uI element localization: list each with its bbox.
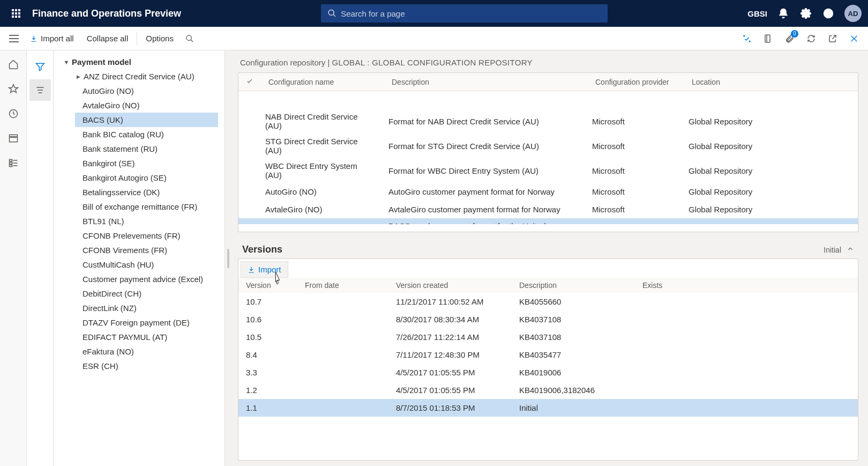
tree-item[interactable]: DirectLink (NZ) <box>75 301 218 315</box>
chevron-up-icon[interactable] <box>847 245 854 254</box>
cell-exists <box>635 310 858 328</box>
attachments-icon[interactable]: 0 <box>780 29 799 48</box>
col-provider[interactable]: Configuration provider <box>588 73 684 91</box>
tree-item[interactable]: ESR (CH) <box>75 359 218 373</box>
tree-item[interactable]: CFONB Virements (FR) <box>75 243 218 257</box>
table-row[interactable]: 10.7 11/21/2017 11:00:52 AM KB4055660 <box>238 293 858 310</box>
tree-item[interactable]: Bill of exchange remittance (FR) <box>75 199 218 214</box>
table-row[interactable]: AutoGiro (NO) AutoGiro customer payment … <box>238 183 858 201</box>
tree-item[interactable]: eFaktura (NO) <box>75 344 218 359</box>
search-icon <box>327 9 336 18</box>
tree-item[interactable]: AvtaleGiro (NO) <box>75 98 218 113</box>
table-row[interactable]: 10.6 8/30/2017 08:30:34 AM KB4037108 <box>238 310 858 328</box>
tree-item[interactable]: CFONB Prelevements (FR) <box>75 228 218 243</box>
tree-item-label: ESR (CH) <box>83 361 118 371</box>
caret-down-icon: ▼ <box>63 59 70 65</box>
app-launcher-icon[interactable] <box>6 4 26 23</box>
tree-item[interactable]: BTL91 (NL) <box>75 214 218 228</box>
breadcrumb-repo: GLOBAL : GLOBAL CONFIGURATION REPOSITORY <box>332 58 533 67</box>
tree-item-label: eFaktura (NO) <box>83 347 134 356</box>
col-from-date[interactable]: From date <box>297 278 388 293</box>
page-search-button[interactable] <box>180 27 199 50</box>
collapse-all-button[interactable]: Collapse all <box>80 27 135 50</box>
recent-icon[interactable] <box>7 107 20 120</box>
settings-icon[interactable] <box>799 7 812 20</box>
col-config-name[interactable]: Configuration name <box>261 73 384 91</box>
tree-item-label: Bill of exchange remittance (FR) <box>83 202 197 211</box>
import-all-button[interactable]: Import all <box>24 27 80 50</box>
search-box[interactable] <box>321 4 608 23</box>
options-button[interactable]: Options <box>139 27 180 50</box>
cell-version: 10.7 <box>238 293 297 310</box>
modules-icon[interactable] <box>7 157 20 169</box>
tree-item[interactable]: ▶ANZ Direct Credit Service (AU) <box>75 69 218 84</box>
cell-exists <box>635 328 858 346</box>
cell-provider: Microsoft <box>585 134 681 158</box>
favorites-icon[interactable] <box>7 83 20 95</box>
company-name[interactable]: GBSI <box>747 9 767 18</box>
cell-name: STG Direct Credit Service (AU) <box>258 134 381 158</box>
col-version[interactable]: Version <box>238 278 297 293</box>
table-row[interactable]: 1.2 4/5/2017 01:05:55 PM KB4019006,31820… <box>238 381 858 399</box>
notifications-icon[interactable] <box>777 7 790 20</box>
tree-item[interactable]: EDIFACT PAYMUL (AT) <box>75 330 218 344</box>
tree-item[interactable]: Bank statement (RU) <box>75 142 218 156</box>
table-row[interactable]: 3.3 4/5/2017 01:05:55 PM KB4019006 <box>238 364 858 381</box>
tree-item[interactable]: Bank BIC catalog (RU) <box>75 127 218 142</box>
avatar[interactable]: AD <box>844 5 862 22</box>
tree-item-label: ANZ Direct Credit Service (AU) <box>84 72 194 81</box>
cell-provider: Microsoft <box>585 201 681 218</box>
cell-desc: AvtaleGiro customer payment format for N… <box>381 201 585 218</box>
col-location[interactable]: Location <box>684 73 858 91</box>
col-version-created[interactable]: Version created <box>388 278 512 293</box>
table-row[interactable]: BACS (UK) BACS vendor payment format for… <box>238 218 858 224</box>
related-info-icon[interactable] <box>737 29 757 48</box>
cell-desc: KB4019006,3182046 <box>512 381 635 399</box>
table-row[interactable]: NAB Direct Credit Service (AU) Format fo… <box>238 109 858 134</box>
workspaces-icon[interactable] <box>7 132 20 145</box>
config-grid-hscroll[interactable] <box>243 224 854 230</box>
table-row[interactable]: 1.1 8/7/2015 01:18:53 PM Initial <box>238 399 858 417</box>
download-icon <box>30 35 38 42</box>
tree-item[interactable]: BACS (UK) <box>75 113 218 127</box>
breadcrumb-sep: | <box>327 58 332 67</box>
filter-icon[interactable] <box>29 56 51 77</box>
close-icon[interactable] <box>844 29 864 48</box>
cell-version: 10.5 <box>238 328 297 346</box>
tree-item[interactable]: Bankgirot Autogiro (SE) <box>75 171 218 185</box>
select-all-checkbox[interactable] <box>238 73 261 91</box>
tree-item[interactable]: CustMultiCash (HU) <box>75 257 218 272</box>
help-icon[interactable] <box>822 7 835 20</box>
cell-version: 3.3 <box>238 364 297 381</box>
splitter[interactable] <box>225 50 231 466</box>
table-row[interactable]: AvtaleGiro (NO) AvtaleGiro customer paym… <box>238 201 858 218</box>
tree-item[interactable]: DebitDirect (CH) <box>75 286 218 301</box>
sort-icon[interactable] <box>29 79 51 101</box>
table-row[interactable]: 8.4 7/11/2017 12:48:30 PM KB4035477 <box>238 346 858 364</box>
tree-item[interactable]: DTAZV Foreign payment (DE) <box>75 315 218 330</box>
cell-version: 1.1 <box>238 399 297 417</box>
cell-from <box>297 364 388 381</box>
home-icon[interactable] <box>7 58 20 71</box>
search-input[interactable] <box>341 9 601 18</box>
svg-rect-1 <box>15 9 17 11</box>
refresh-icon[interactable] <box>802 29 821 48</box>
tree-item[interactable]: Betalingsservice (DK) <box>75 185 218 199</box>
tree-root-item[interactable]: ▼ Payment model <box>61 55 218 69</box>
tree-item[interactable]: AutoGiro (NO) <box>75 84 218 98</box>
col-description[interactable]: Description <box>384 73 588 91</box>
tree-item[interactable]: Customer payment advice (Excel) <box>75 272 218 286</box>
table-row[interactable]: STG Direct Credit Service (AU) Format fo… <box>238 134 858 158</box>
import-button[interactable]: Import <box>241 261 288 278</box>
open-excel-icon[interactable] <box>759 29 778 48</box>
table-row[interactable]: WBC Direct Entry System (AU) Format for … <box>238 158 858 183</box>
cell-location: Global Repository <box>681 218 858 224</box>
nav-toggle-icon[interactable] <box>4 29 24 48</box>
cell-created: 4/5/2017 01:05:55 PM <box>388 364 512 381</box>
popout-icon[interactable] <box>823 29 842 48</box>
col-exists[interactable]: Exists <box>635 278 858 293</box>
table-row[interactable]: 10.5 7/26/2017 11:22:14 AM KB4037108 <box>238 328 858 346</box>
col-version-desc[interactable]: Description <box>512 278 635 293</box>
tree-item-label: Betalingsservice (DK) <box>83 188 160 197</box>
tree-item[interactable]: Bankgirot (SE) <box>75 156 218 171</box>
